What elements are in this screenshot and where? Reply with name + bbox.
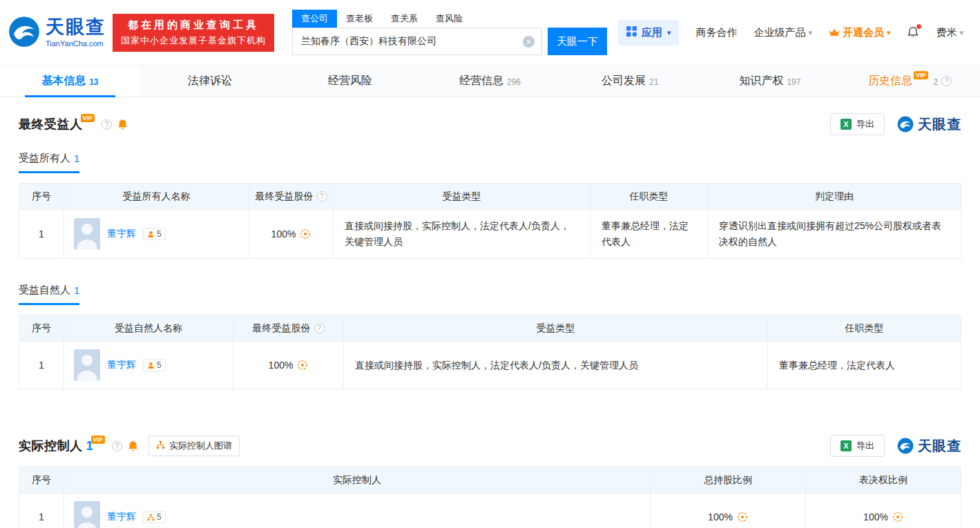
col-header-owner-name: 受益所有人名称 (64, 184, 249, 210)
header-right-nav: 应用 ▾ 商务合作 企业级产品 ▾ 开通会员 ▾ 费米 ▾ (618, 20, 963, 46)
help-icon[interactable]: ? (317, 191, 327, 202)
nav-enterprise-products[interactable]: 企业级产品 ▾ (753, 26, 812, 39)
cell-position-type: 董事兼总经理，法定代表人 (768, 342, 961, 389)
beneficial-natural-person-table: 序号 受益自然人名称 最终受益股份? 受益类型 任职类型 1 董宇辉 (19, 315, 961, 389)
person-avatar[interactable] (74, 501, 100, 528)
chevron-down-icon: ▾ (808, 28, 812, 37)
apps-grid-icon (626, 26, 637, 39)
top-header: 天眼查 TianYanCha.com 都在用的商业查询工具 国家中小企业发展子基… (0, 0, 980, 65)
chevron-down-icon: ▾ (887, 28, 891, 37)
col-header-benefit-type: 受益类型 (334, 184, 590, 210)
actual-controller-table: 序号 实际控制人 总持股比例 表决权比例 1 董宇辉 5 (19, 467, 961, 528)
col-header-benefit-type: 受益类型 (344, 315, 768, 342)
help-icon[interactable]: ? (941, 76, 952, 86)
col-header-total-share: 总持股比例 (651, 467, 806, 493)
col-header-no: 序号 (19, 315, 64, 342)
company-detail-tabs: 基本信息 13 法律诉讼 经营风险 经营信息 296 公司发展 21 知识产权 … (0, 65, 980, 97)
cell-no: 1 (19, 342, 64, 389)
cell-benefit-type: 直接或间接持股，实际控制人，法定代表人/负责人，关键管理人员 (334, 210, 590, 259)
search-tab-risk[interactable]: 查风险 (427, 10, 472, 28)
beneficial-owner-table: 序号 受益所有人名称 最终受益股份? 受益类型 任职类型 判定理由 1 (19, 183, 961, 259)
subtab-beneficial-natural-person[interactable]: 受益自然人 1 (19, 284, 79, 305)
tianyancha-watermark: 天眼查 (897, 437, 961, 456)
logo-text-en: TianYanCha.com (46, 39, 106, 48)
table-header-row: 序号 受益自然人名称 最终受益股份? 受益类型 任职类型 (19, 315, 961, 342)
cell-no: 1 (19, 493, 64, 528)
col-header-no: 序号 (19, 467, 64, 493)
relation-badge[interactable]: 5 (143, 228, 166, 240)
tab-basic-info[interactable]: 基本信息 13 (0, 66, 140, 97)
nav-business-cooperation[interactable]: 商务合作 (695, 26, 737, 39)
chevron-down-icon: ▾ (959, 28, 963, 37)
subscribe-bell-icon[interactable] (127, 440, 139, 452)
col-header-judgement-reason: 判定理由 (708, 184, 961, 210)
equity-structure-icon[interactable] (300, 228, 311, 239)
equity-structure-icon[interactable] (297, 360, 308, 371)
tab-history-info[interactable]: 历史信息 VIP 2 ? (840, 66, 980, 97)
vip-badge: VIP (914, 71, 928, 79)
help-icon[interactable]: ? (314, 323, 325, 333)
cell-owner-name: 董宇辉 5 (64, 210, 249, 259)
user-menu[interactable]: 费米 ▾ (936, 26, 963, 39)
tab-operation-risk[interactable]: 经营风险 (280, 66, 420, 97)
subscribe-bell-icon[interactable] (117, 119, 128, 130)
export-button[interactable]: X 导出 (830, 435, 885, 457)
tab-business-info[interactable]: 经营信息 296 (420, 66, 560, 97)
notification-bell-icon[interactable] (907, 26, 919, 39)
clear-search-icon[interactable]: ✕ (523, 36, 535, 48)
search-input[interactable] (293, 28, 541, 55)
tab-intellectual-property[interactable]: 知识产权 197 (700, 66, 840, 97)
promo-banner: 都在用的商业查询工具 国家中小企业发展子基金旗下机构 (113, 14, 274, 52)
tab-legal-litigation[interactable]: 法律诉讼 (140, 66, 280, 97)
help-icon[interactable]: ? (112, 441, 122, 451)
apps-button[interactable]: 应用 ▾ (618, 20, 680, 46)
col-header-natural-name: 受益自然人名称 (64, 315, 233, 342)
excel-icon: X (840, 119, 852, 130)
banner-line2: 国家中小企业发展子基金旗下机构 (121, 35, 266, 47)
tianyancha-logo[interactable]: 天眼查 TianYanCha.com (8, 16, 106, 50)
search-tab-company[interactable]: 查公司 (292, 10, 337, 28)
tianyancha-watermark: 天眼查 (897, 115, 961, 134)
equity-structure-icon[interactable] (737, 511, 748, 522)
controller-section-header: 实际控制人 1 VIP ? 实际控制人图谱 X 导出 天眼查 (19, 435, 961, 457)
crown-icon (829, 27, 840, 39)
cell-final-share: 100% (233, 342, 344, 389)
person-link[interactable]: 董宇辉 (107, 511, 136, 523)
person-link[interactable]: 董宇辉 (107, 228, 136, 240)
person-avatar[interactable] (74, 218, 100, 250)
col-header-final-share: 最终受益股份? (249, 184, 334, 210)
nav-open-vip[interactable]: 开通会员 ▾ (829, 26, 891, 39)
excel-icon: X (840, 440, 852, 451)
search-button[interactable]: 天眼一下 (548, 28, 607, 55)
relation-badge[interactable]: 5 (143, 511, 166, 523)
cell-natural-name: 董宇辉 5 (64, 342, 233, 389)
vip-badge: VIP (81, 114, 95, 122)
banner-line1: 都在用的商业查询工具 (121, 19, 266, 32)
export-button[interactable]: X 导出 (830, 113, 885, 135)
search-tabs: 查公司 查老板 查关系 查风险 (292, 10, 607, 28)
search-tab-boss[interactable]: 查老板 (337, 10, 382, 28)
section-title-controller: 实际控制人 (19, 438, 83, 454)
relation-badge[interactable]: 5 (143, 359, 166, 371)
controller-graph-button[interactable]: 实际控制人图谱 (148, 436, 240, 456)
voting-structure-icon[interactable] (892, 511, 903, 522)
chevron-down-icon: ▾ (667, 28, 671, 37)
col-header-position-type: 任职类型 (590, 184, 708, 210)
graph-icon (156, 440, 165, 451)
cell-position-type: 董事兼总经理，法定代表人 (590, 210, 708, 259)
cell-total-share: 100% (651, 493, 806, 528)
notification-dot (916, 24, 921, 29)
logo-text-cn: 天眼查 (46, 17, 106, 38)
person-avatar[interactable] (74, 349, 100, 381)
help-icon[interactable]: ? (102, 119, 112, 130)
search-tab-relation[interactable]: 查关系 (382, 10, 427, 28)
subtab-beneficial-owner[interactable]: 受益所有人 1 (19, 152, 79, 173)
tab-company-development[interactable]: 公司发展 21 (560, 66, 700, 97)
table-row: 1 董宇辉 5 100% (19, 342, 961, 389)
table-row: 1 董宇辉 5 100% (19, 493, 961, 528)
person-link[interactable]: 董宇辉 (107, 359, 136, 371)
org-chart-icon (147, 514, 155, 521)
cell-voting-ratio: 100% (806, 493, 961, 528)
col-header-final-share: 最终受益股份? (233, 315, 344, 342)
cell-no: 1 (19, 210, 64, 259)
